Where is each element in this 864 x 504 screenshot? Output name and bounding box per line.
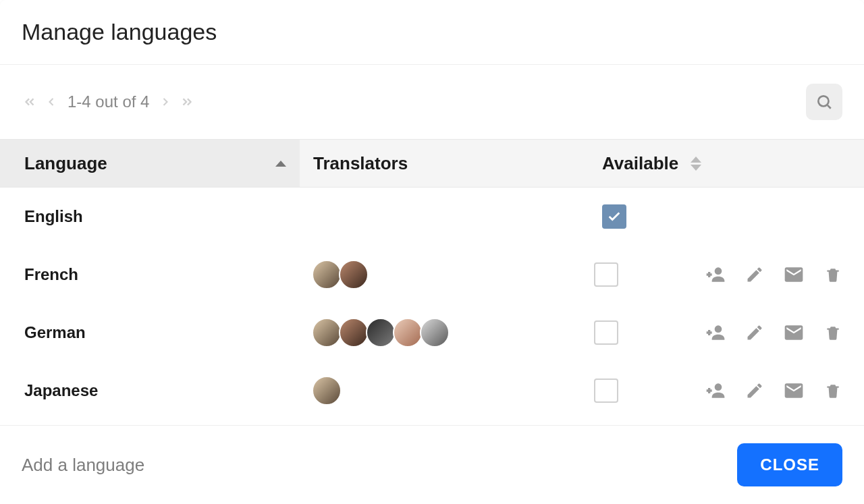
translator-avatars	[309, 260, 591, 289]
check-icon	[607, 209, 622, 224]
svg-point-3	[715, 325, 722, 333]
column-header-language[interactable]: Language	[0, 140, 300, 187]
mail-icon	[783, 264, 805, 285]
toolbar: 1-4 out of 4	[0, 65, 864, 139]
column-header-language-label: Language	[24, 153, 107, 174]
table-header: Language Translators Available	[0, 139, 864, 188]
sort-indicator-asc-icon	[275, 161, 286, 167]
modal-header: Manage languages	[0, 0, 864, 65]
available-cell	[591, 262, 705, 287]
avatar[interactable]	[420, 318, 450, 347]
table-row: German	[0, 304, 864, 362]
avatar[interactable]	[339, 318, 369, 347]
close-button[interactable]: CLOSE	[737, 443, 842, 486]
prev-page-button[interactable]	[43, 94, 59, 110]
email-button[interactable]	[783, 264, 805, 285]
actions-cell	[705, 322, 864, 343]
table-row: Japanese	[0, 362, 864, 420]
delete-button[interactable]	[822, 380, 844, 401]
pencil-icon	[745, 381, 764, 400]
sort-indicator-icon	[691, 157, 701, 171]
delete-button[interactable]	[822, 264, 844, 285]
search-icon	[815, 93, 833, 111]
language-cell: English	[0, 188, 300, 246]
last-page-button[interactable]	[179, 94, 195, 110]
language-name: Japanese	[24, 381, 98, 400]
pager-text: 1-4 out of 4	[65, 92, 152, 111]
trash-icon	[824, 382, 842, 399]
pencil-icon	[745, 265, 764, 284]
pencil-icon	[745, 323, 764, 342]
language-name: French	[24, 265, 78, 284]
column-header-translators-label: Translators	[313, 153, 408, 173]
available-checkbox[interactable]	[594, 320, 618, 345]
next-page-button[interactable]	[157, 94, 173, 110]
translator-avatars	[309, 318, 591, 347]
mail-icon	[783, 322, 805, 343]
column-header-available[interactable]: Available	[599, 153, 714, 174]
chevrons-right-icon	[180, 94, 194, 109]
modal-footer: Add a language CLOSE	[0, 425, 864, 504]
svg-point-0	[818, 96, 828, 106]
add-person-icon	[705, 321, 726, 344]
email-button[interactable]	[783, 380, 805, 401]
column-header-available-label: Available	[602, 153, 678, 174]
available-cell	[591, 320, 705, 345]
first-page-button[interactable]	[22, 94, 38, 110]
add-person-icon	[705, 263, 726, 286]
avatar[interactable]	[339, 260, 369, 289]
column-header-translators[interactable]: Translators	[300, 153, 599, 174]
language-name: English	[24, 207, 83, 226]
email-button[interactable]	[783, 322, 805, 343]
avatar[interactable]	[393, 318, 423, 347]
actions-cell	[705, 264, 864, 285]
add-translator-button[interactable]	[705, 322, 726, 343]
add-language-link[interactable]: Add a language	[22, 455, 144, 476]
available-cell	[599, 204, 714, 229]
avatar[interactable]	[312, 260, 342, 289]
language-cell: German	[0, 304, 296, 362]
pager: 1-4 out of 4	[22, 92, 195, 111]
table-row: French	[0, 246, 864, 304]
actions-cell	[705, 380, 864, 401]
edit-button[interactable]	[744, 380, 765, 401]
avatar[interactable]	[366, 318, 396, 347]
modal-title: Manage languages	[22, 19, 842, 45]
mail-icon	[783, 380, 805, 401]
svg-point-4	[715, 383, 722, 391]
language-cell: French	[0, 246, 296, 304]
avatar[interactable]	[312, 318, 342, 347]
chevron-right-icon	[159, 95, 172, 109]
svg-line-1	[828, 105, 831, 109]
available-checkbox[interactable]	[602, 204, 626, 229]
add-translator-button[interactable]	[705, 264, 726, 285]
delete-button[interactable]	[822, 322, 844, 343]
svg-point-2	[715, 267, 722, 275]
language-cell: Japanese	[0, 362, 296, 420]
edit-button[interactable]	[744, 264, 765, 285]
manage-languages-modal: Manage languages 1-4 out of 4 Language	[0, 0, 864, 504]
translator-avatars	[309, 376, 591, 405]
translators-cell	[296, 260, 591, 289]
available-cell	[591, 379, 705, 403]
table-row: English	[0, 188, 864, 246]
translators-cell	[296, 318, 591, 347]
search-button[interactable]	[806, 84, 842, 120]
trash-icon	[824, 266, 842, 283]
language-name: German	[24, 323, 86, 342]
chevron-left-icon	[45, 95, 58, 109]
add-translator-button[interactable]	[705, 380, 726, 401]
avatar[interactable]	[312, 376, 342, 405]
edit-button[interactable]	[744, 322, 765, 343]
table-body: EnglishFrenchGermanJapanese	[0, 188, 864, 420]
available-checkbox[interactable]	[594, 262, 618, 287]
available-checkbox[interactable]	[594, 379, 618, 403]
trash-icon	[824, 324, 842, 341]
chevrons-left-icon	[22, 94, 37, 109]
translators-cell	[296, 376, 591, 405]
add-person-icon	[705, 379, 726, 402]
